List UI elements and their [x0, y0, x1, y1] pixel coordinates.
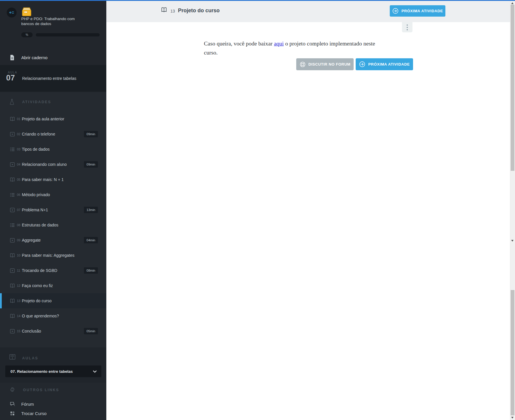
activity-number: 14 — [17, 314, 22, 318]
download-link[interactable]: aqui — [274, 41, 284, 47]
activity-item[interactable]: 09 Aggregate 04min — [0, 233, 106, 248]
chat-bubble-icon — [10, 402, 15, 407]
activity-label: Trocando de SGBD — [22, 268, 57, 273]
activity-number: 15 — [17, 329, 22, 333]
activity-item[interactable]: 13 Projeto do curso — [0, 293, 106, 308]
activity-label: Estruturas de dados — [22, 223, 58, 227]
sidebar-item-forum[interactable]: Fórum — [0, 400, 106, 408]
activity-label: Método privado — [22, 192, 50, 197]
activity-label: Conclusão — [22, 329, 41, 333]
activity-number: 04 — [17, 163, 22, 166]
activity-number: 01 — [17, 117, 22, 121]
next-activity-button-header[interactable]: PRÓXIMA ATIVIDADE — [390, 5, 445, 17]
activity-number: 07 — [17, 208, 22, 212]
activity-item[interactable]: 04 Relacionando com aluno 09min — [0, 157, 106, 172]
lesson-paragraph: Caso queira, você pode baixar aqui o pro… — [204, 39, 390, 57]
activity-header-bar: 13 Projeto do curso PRÓXIMA ATIVIDADE — [106, 1, 510, 22]
activity-label: Projeto da aula anterior — [22, 117, 64, 121]
activity-number: 13 — [170, 9, 175, 13]
activity-number: 06 — [17, 193, 22, 196]
activity-label: Para saber mais: N + 1 — [22, 177, 64, 182]
list-icon — [10, 147, 15, 152]
activity-number: 13 — [17, 299, 22, 303]
grid-squares-icon — [10, 411, 15, 416]
activity-item[interactable]: 14 O que aprendemos? — [0, 308, 106, 324]
open-book-icon — [10, 313, 15, 319]
scrollbar[interactable] — [510, 1, 515, 420]
activity-duration-badge: 05min — [84, 328, 98, 334]
next-activity-button-content[interactable]: PRÓXIMA ATIVIDADE — [356, 58, 413, 70]
chain-links-icon — [9, 386, 16, 393]
video-icon — [10, 268, 15, 273]
open-book-icon — [10, 177, 15, 182]
video-icon — [10, 131, 15, 137]
more-options-button[interactable] — [402, 22, 412, 32]
sidebar-item-trocar-curso[interactable]: Trocar Curso — [0, 409, 106, 418]
discuss-forum-button[interactable]: DISCUTIR NO FORUM — [296, 58, 354, 70]
activity-label: O que aprendemos? — [22, 314, 59, 318]
activity-item[interactable]: 15 Conclusão 05min — [0, 324, 106, 339]
activity-item[interactable]: 12 Faça como eu fiz — [0, 278, 106, 293]
top-accent-bar — [0, 0, 515, 1]
activity-item[interactable]: 10 Para saber mais: Aggregates — [0, 248, 106, 263]
chevron-down-icon — [92, 369, 97, 374]
next-activity-label: PRÓXIMA ATIVIDADE — [401, 9, 443, 13]
scrollbar-thumb-bottom[interactable] — [511, 290, 514, 415]
activities-list: 01 Projeto da aula anterior 02 Criando o… — [0, 111, 106, 339]
activity-number: 11 — [17, 269, 22, 272]
open-book-icon — [10, 298, 15, 304]
list-icon — [10, 192, 15, 198]
open-book-icon — [10, 116, 15, 122]
activity-label: Tipos de dados — [22, 147, 50, 152]
discuss-forum-label: DISCUTIR NO FORUM — [308, 62, 350, 66]
scrollbar-down-arrow[interactable] — [511, 417, 514, 419]
video-icon — [10, 207, 15, 213]
activity-label: Criando o telefone — [22, 132, 55, 136]
circle-arrow-right-icon — [392, 8, 399, 14]
aulas-section: AULAS 07. Relacionamento entre tabelas — [0, 347, 106, 383]
video-icon — [10, 238, 15, 243]
outros-links-section: OUTROS LINKS Fórum Trocar Curso — [0, 383, 106, 420]
activity-item[interactable]: 01 Projeto da aula anterior — [0, 111, 106, 126]
activity-duration-badge: 09min — [84, 131, 98, 137]
open-notebook-button[interactable]: Abrir caderno — [0, 52, 106, 63]
lesson-title: Relacionamento entre tabelas — [22, 76, 76, 81]
activity-item[interactable]: 02 Criando o telefone 09min — [0, 126, 106, 142]
lesson-select-dropdown[interactable]: 07. Relacionamento entre tabelas — [5, 365, 101, 377]
lesson-select-value: 07. Relacionamento entre tabelas — [10, 369, 73, 374]
activity-actions: DISCUTIR NO FORUM PRÓXIMA ATIVIDADE — [296, 58, 413, 70]
next-activity-label: PRÓXIMA ATIVIDADE — [368, 62, 410, 66]
activity-label: Projeto do curso — [22, 298, 52, 303]
kebab-dot — [407, 27, 408, 28]
activity-duration-badge: 13min — [84, 207, 98, 213]
activity-item[interactable]: 08 Estruturas de dados — [0, 217, 106, 233]
open-book-icon — [10, 253, 15, 258]
sidebar-item-label: Trocar Curso — [21, 411, 47, 416]
activity-item[interactable]: 03 Tipos de dados — [0, 142, 106, 157]
activity-label: Problema N+1 — [22, 208, 48, 212]
scrollbar-inner-down-arrow[interactable] — [511, 240, 514, 242]
flask-icon — [9, 99, 15, 106]
scrollbar-thumb-top[interactable] — [511, 5, 514, 171]
progress-bar — [36, 33, 100, 36]
video-icon — [10, 162, 15, 167]
scrollbar-up-arrow[interactable] — [511, 2, 514, 4]
collapse-sidebar-icon — [9, 10, 15, 15]
paragraph-text: o projeto completo implementado neste — [284, 41, 375, 47]
course-logo-icon — [21, 7, 33, 17]
collapse-sidebar-button[interactable] — [7, 8, 17, 17]
progress-percent-pill: % — [21, 32, 33, 37]
current-lesson-block: AULA 07 Relacionamento entre tabelas — [0, 65, 106, 92]
activity-item[interactable]: 05 Para saber mais: N + 1 — [0, 172, 106, 187]
activity-item[interactable]: 06 Método privado — [0, 187, 106, 202]
open-book-icon — [10, 283, 15, 289]
paragraph-text: Caso queira, você pode baixar — [204, 41, 274, 47]
open-book-icon — [161, 6, 167, 13]
circle-arrow-right-icon — [359, 61, 366, 68]
sidebar: PHP e PDO: Trabalhando com bancos de dad… — [0, 1, 106, 420]
activity-number: 10 — [17, 254, 22, 257]
activity-item[interactable]: 07 Problema N+1 13min — [0, 202, 106, 217]
activity-item[interactable]: 11 Trocando de SGBD 08min — [0, 263, 106, 278]
activity-label: Relacionando com aluno — [22, 162, 67, 167]
kebab-dot — [407, 29, 408, 30]
